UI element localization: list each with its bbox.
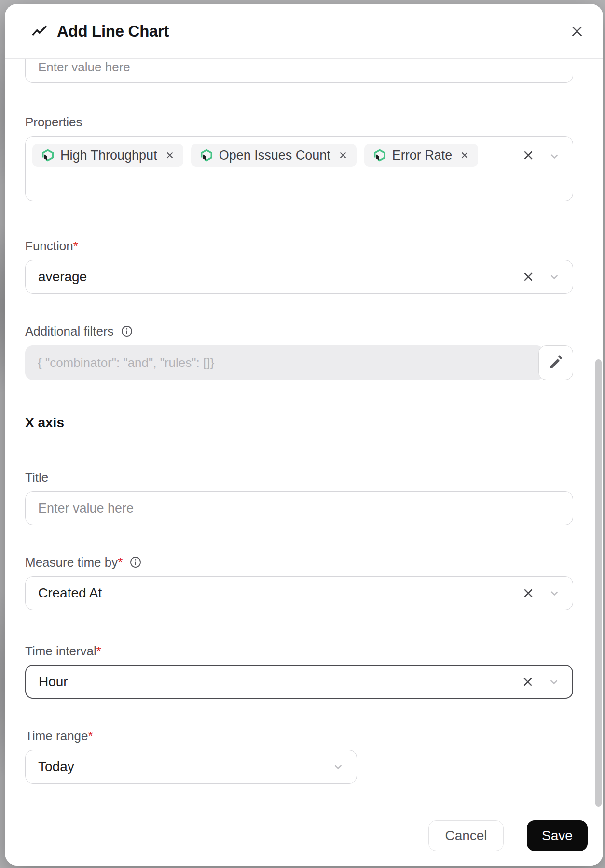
add-line-chart-dialog: Add Line Chart Properties High Throughpu… — [5, 4, 603, 866]
dialog-header: Add Line Chart — [5, 4, 603, 59]
blueprint-icon — [373, 149, 386, 162]
clear-icon[interactable] — [521, 675, 535, 689]
cancel-button[interactable]: Cancel — [428, 820, 504, 851]
blueprint-icon — [200, 149, 213, 162]
time-range-value: Today — [38, 759, 74, 774]
properties-label: Properties — [25, 115, 573, 129]
required-asterisk: * — [73, 239, 78, 253]
info-icon[interactable] — [121, 325, 133, 338]
function-label: Function* — [25, 239, 573, 253]
chevron-down-icon[interactable] — [548, 586, 561, 600]
pencil-icon — [548, 354, 564, 371]
measure-time-by-select[interactable]: Created At — [25, 576, 573, 610]
dialog-footer: Cancel Save — [5, 805, 603, 866]
chip-label: High Throughput — [60, 148, 157, 163]
scrollbar-thumb[interactable] — [595, 359, 602, 807]
chevron-down-icon[interactable] — [548, 149, 561, 163]
title-input[interactable] — [25, 491, 573, 525]
required-asterisk: * — [96, 644, 101, 658]
chevron-down-icon[interactable] — [331, 760, 345, 773]
chevron-down-icon[interactable] — [547, 675, 561, 689]
property-chip: High Throughput — [32, 144, 183, 167]
additional-filters-input: { "combinator": "and", "rules": []} — [25, 345, 544, 380]
page-background: { "dialog": { "title": "Add Line Chart" … — [0, 0, 605, 868]
info-icon[interactable] — [129, 556, 142, 569]
properties-multiselect[interactable]: High Throughput Open Issues Count — [25, 136, 573, 201]
line-chart-icon — [31, 24, 48, 39]
property-chip: Error Rate — [364, 144, 479, 167]
clear-icon[interactable] — [522, 270, 535, 284]
time-interval-select[interactable]: Hour — [25, 665, 573, 699]
time-interval-value: Hour — [39, 674, 68, 690]
time-range-label: Time range* — [25, 729, 573, 743]
section-divider — [25, 440, 573, 440]
clear-icon[interactable] — [522, 586, 535, 600]
chip-label: Error Rate — [392, 148, 453, 163]
close-icon — [569, 24, 585, 39]
required-asterisk: * — [88, 729, 93, 743]
additional-filters-label: Additional filters — [25, 324, 573, 339]
function-select[interactable]: average — [25, 260, 573, 294]
chevron-down-icon[interactable] — [548, 270, 561, 284]
measure-time-by-label: Measure time by* — [25, 555, 573, 570]
additional-filters-field: { "combinator": "and", "rules": []} — [25, 345, 573, 380]
close-button[interactable] — [567, 22, 587, 41]
time-range-select[interactable]: Today — [25, 750, 357, 784]
required-asterisk: * — [118, 555, 123, 570]
x-axis-section-title: X axis — [25, 416, 573, 430]
property-chip: Open Issues Count — [191, 144, 357, 167]
remove-icon[interactable] — [338, 150, 348, 160]
title-label: Title — [25, 470, 573, 485]
function-value: average — [38, 269, 87, 285]
chip-label: Open Issues Count — [219, 148, 330, 163]
remove-icon[interactable] — [460, 150, 469, 160]
blueprint-icon — [41, 149, 55, 162]
time-interval-label: Time interval* — [25, 644, 573, 658]
save-button[interactable]: Save — [527, 820, 588, 851]
dialog-title: Add Line Chart — [57, 22, 169, 41]
remove-icon[interactable] — [165, 150, 175, 160]
edit-filters-button[interactable] — [538, 345, 573, 380]
dialog-body: Properties High Throughput — [5, 59, 603, 805]
clear-icon[interactable] — [522, 149, 535, 162]
value-input[interactable] — [25, 59, 573, 83]
measure-time-by-value: Created At — [38, 585, 102, 601]
